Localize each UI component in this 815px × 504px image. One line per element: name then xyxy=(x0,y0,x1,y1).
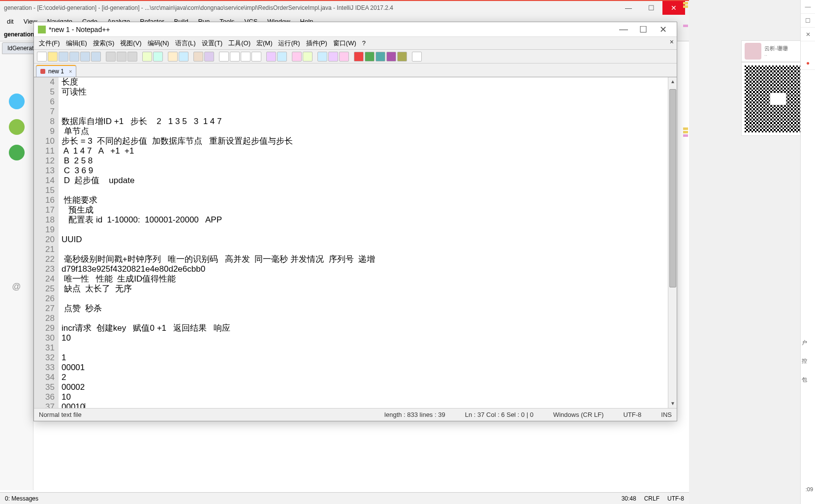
scroll-up-icon[interactable]: ▲ xyxy=(669,78,677,86)
toolbar-button[interactable] xyxy=(91,52,101,62)
code-line[interactable] xyxy=(62,225,674,235)
os-minimize-icon[interactable]: — xyxy=(801,0,815,14)
toolbar-button[interactable] xyxy=(80,52,90,62)
npp-secondary-close-icon[interactable]: × xyxy=(670,38,674,46)
toolbar-button[interactable] xyxy=(303,52,313,62)
at-icon[interactable]: @ xyxy=(9,279,25,294)
code-line[interactable]: 预生成 xyxy=(62,205,674,215)
intellij-tool-icon[interactable] xyxy=(9,94,25,109)
npp-menu-item[interactable]: 运行(R) xyxy=(275,37,303,49)
toolbar-button[interactable] xyxy=(365,52,375,62)
intellij-messages-label[interactable]: 0: Messages xyxy=(5,495,38,502)
code-line[interactable] xyxy=(62,294,674,304)
code-line[interactable]: 10 xyxy=(62,392,674,402)
toolbar-button[interactable] xyxy=(412,52,422,62)
os-dock-item[interactable]: 包 xyxy=(801,363,808,382)
code-line[interactable]: 步长 = 3 不同的起步值 加数据库节点 重新设置起步值与步长 xyxy=(62,136,674,146)
intellij-tool-icon[interactable] xyxy=(9,145,25,160)
npp-menu-item[interactable]: 工具(O) xyxy=(225,37,253,49)
npp-menu-item[interactable]: 视图(V) xyxy=(117,37,144,49)
code-line[interactable]: 单节点 xyxy=(62,126,674,136)
npp-maximize-button[interactable]: ☐ xyxy=(633,23,653,36)
code-line[interactable]: A 1 4 7 A +1 +1 xyxy=(62,146,674,156)
toolbar-button[interactable] xyxy=(59,52,68,62)
code-line[interactable]: 00001 xyxy=(62,363,674,373)
toolbar-button[interactable] xyxy=(204,52,214,62)
toolbar-button[interactable] xyxy=(219,52,229,62)
toolbar-button[interactable] xyxy=(277,52,287,62)
npp-menu-item[interactable]: 宏(M) xyxy=(253,37,276,49)
npp-menu-item[interactable]: 编码(N) xyxy=(145,37,172,49)
os-maximize-icon[interactable]: ☐ xyxy=(801,14,815,28)
toolbar-button[interactable] xyxy=(37,52,47,62)
intellij-maximize-button[interactable]: ☐ xyxy=(640,1,662,15)
toolbar-button[interactable] xyxy=(317,52,327,62)
os-dock-item[interactable]: 户 xyxy=(801,326,808,345)
toolbar-button[interactable] xyxy=(153,52,163,62)
npp-menu-item[interactable]: 搜索(S) xyxy=(90,37,117,49)
toolbar-button[interactable] xyxy=(241,52,251,62)
toolbar-button[interactable] xyxy=(69,52,79,62)
code-line[interactable]: 性能要求 xyxy=(62,195,674,205)
code-line[interactable]: 缺点 太长了 无序 xyxy=(62,284,674,294)
toolbar-button[interactable] xyxy=(376,52,385,62)
toolbar-button[interactable] xyxy=(354,52,364,62)
npp-editor[interactable]: 4567891011121314151617181920212223242526… xyxy=(34,77,677,408)
intellij-minimize-button[interactable]: — xyxy=(617,1,640,15)
toolbar-button[interactable] xyxy=(328,52,338,62)
toolbar-button[interactable] xyxy=(339,52,349,62)
code-line[interactable]: B 2 5 8 xyxy=(62,156,674,166)
npp-menu-item[interactable]: 文件(F) xyxy=(36,37,63,49)
code-line[interactable]: 00002 xyxy=(62,382,674,392)
os-close-icon[interactable]: ✕ xyxy=(801,28,815,41)
npp-minimize-button[interactable]: — xyxy=(614,23,633,36)
code-line[interactable]: d79f183e925f4320821e4e80d2e6cbb0 xyxy=(62,264,674,274)
code-line[interactable]: 数据库自增ID +1 步长 2 1 3 5 3 1 4 7 xyxy=(62,117,674,126)
npp-menu-item[interactable]: 插件(P) xyxy=(303,37,330,49)
npp-close-button[interactable]: ✕ xyxy=(653,23,673,36)
toolbar-button[interactable] xyxy=(117,52,126,62)
code-line[interactable] xyxy=(62,245,674,254)
toolbar-button[interactable] xyxy=(266,52,276,62)
code-line[interactable] xyxy=(62,107,674,117)
toolbar-button[interactable] xyxy=(397,52,407,62)
toolbar-button[interactable] xyxy=(127,52,137,62)
toolbar-button[interactable] xyxy=(142,52,152,62)
npp-titlebar[interactable]: *new 1 - Notepad++ — ☐ ✕ xyxy=(34,22,677,37)
code-line[interactable] xyxy=(62,97,674,107)
code-line[interactable]: 毫秒级别时间戳+时钟序列 唯一的识别码 高并发 同一毫秒 并发情况 序列号 递增 xyxy=(62,254,674,264)
toolbar-button[interactable] xyxy=(48,52,58,62)
npp-menu-item[interactable]: 窗口(W) xyxy=(330,37,359,49)
toolbar-button[interactable] xyxy=(106,52,116,62)
toolbar-button[interactable] xyxy=(179,52,188,62)
toolbar-button[interactable] xyxy=(168,52,178,62)
vertical-scrollbar[interactable]: ▲ ▼ xyxy=(668,77,677,408)
toolbar-button[interactable] xyxy=(230,52,240,62)
npp-menu-item[interactable]: 编辑(E) xyxy=(63,37,90,49)
code-line[interactable]: incr请求 创建key 赋值0 +1 返回结果 响应 xyxy=(62,323,674,333)
scrollbar-thumb[interactable] xyxy=(669,89,676,287)
code-line[interactable]: D 起步值 update xyxy=(62,176,674,186)
code-line[interactable]: 长度 xyxy=(62,77,674,87)
os-user-icon[interactable]: ● xyxy=(801,56,815,70)
intellij-tool-icon[interactable] xyxy=(9,119,25,135)
toolbar-button[interactable] xyxy=(251,52,261,62)
code-line[interactable] xyxy=(62,314,674,323)
npp-tab[interactable]: new 1 × xyxy=(36,65,76,77)
code-line[interactable]: C 3 6 9 xyxy=(62,166,674,176)
code-line[interactable]: UUID xyxy=(62,235,674,245)
npp-menu-item[interactable]: ? xyxy=(359,38,369,48)
toolbar-button[interactable] xyxy=(193,52,203,62)
npp-code-area[interactable]: 长度可读性数据库自增ID +1 步长 2 1 3 5 3 1 4 7 单节点步长… xyxy=(59,77,677,408)
code-line[interactable] xyxy=(62,186,674,195)
npp-menu-item[interactable]: 设置(T) xyxy=(199,37,226,49)
code-line[interactable]: 点赞 秒杀 xyxy=(62,304,674,314)
toolbar-button[interactable] xyxy=(386,52,396,62)
npp-menu-item[interactable]: 语言(L) xyxy=(172,37,199,49)
code-line[interactable]: 2 xyxy=(62,373,674,382)
code-line[interactable]: 10 xyxy=(62,333,674,343)
os-dock-item[interactable]: 控 xyxy=(801,345,808,363)
code-line[interactable]: 1 xyxy=(62,353,674,363)
scroll-down-icon[interactable]: ▼ xyxy=(669,400,677,408)
code-line[interactable]: 可读性 xyxy=(62,87,674,97)
